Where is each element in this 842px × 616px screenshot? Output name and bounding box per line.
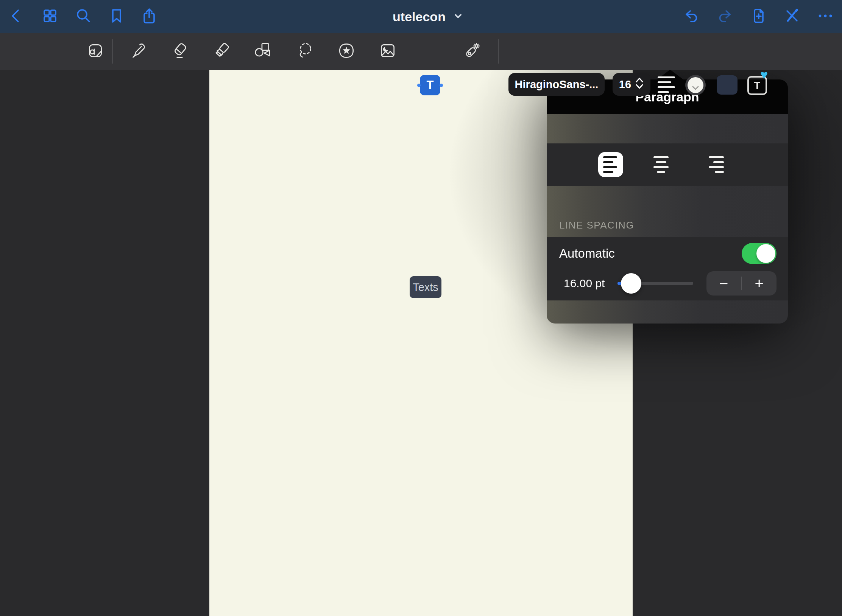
- grid-icon: [41, 7, 59, 26]
- popover-spacer: [547, 114, 788, 143]
- automatic-label: Automatic: [559, 246, 615, 261]
- paragraph-popover: Paragraph LINE SPACING: [547, 79, 788, 324]
- text-tool-selected[interactable]: T: [420, 75, 440, 95]
- app-window: utelecon: [0, 0, 842, 616]
- drawing-toolbar: T HiraginoSans-... 16 T ♥: [0, 33, 842, 70]
- pen-icon: [128, 41, 147, 62]
- text-tool-letter: T: [427, 78, 434, 92]
- exit-markup-button[interactable]: [781, 6, 803, 27]
- increase-spacing-button[interactable]: +: [742, 271, 777, 296]
- popover-footer: [547, 300, 788, 324]
- document-title-group[interactable]: utelecon: [371, 0, 485, 33]
- line-spacing-section-header: LINE SPACING: [547, 186, 788, 237]
- more-button[interactable]: [815, 6, 836, 27]
- chevron-down-icon: [453, 11, 463, 22]
- toolbar-divider: [112, 39, 113, 64]
- lasso-tool[interactable]: [295, 41, 316, 62]
- align-left-button[interactable]: [598, 152, 623, 177]
- redo-icon: [715, 7, 733, 26]
- text-color-swatch: [688, 77, 703, 93]
- font-family-label: HiraginoSans-...: [515, 78, 599, 91]
- eraser-icon: [170, 41, 189, 62]
- text-background-swatch[interactable]: [717, 75, 738, 95]
- spacing-slider[interactable]: [617, 282, 693, 285]
- image-icon: [378, 41, 397, 62]
- font-size-button[interactable]: 16: [613, 73, 650, 96]
- add-page-icon: [750, 7, 768, 26]
- spacing-value: 16.00 pt: [564, 277, 617, 290]
- decrease-spacing-button[interactable]: −: [706, 271, 741, 296]
- lasso-icon: [296, 41, 315, 62]
- text-style-button[interactable]: T: [747, 76, 767, 95]
- shapes-icon: [253, 41, 272, 62]
- alignment-row: [547, 143, 788, 186]
- share-icon: [140, 7, 158, 26]
- align-center-button[interactable]: [649, 152, 674, 177]
- document-title: utelecon: [393, 9, 446, 24]
- shapes-tool[interactable]: [252, 41, 273, 62]
- back-button[interactable]: [6, 6, 27, 27]
- highlighter-tool[interactable]: [212, 41, 233, 62]
- text-color-button[interactable]: [685, 75, 706, 95]
- crossed-pencil-icon: [783, 7, 801, 26]
- more-ellipsis-icon: [816, 7, 834, 26]
- slider-thumb[interactable]: [621, 273, 641, 294]
- eraser-tool[interactable]: [169, 41, 190, 62]
- text-object-label: Texts: [413, 281, 438, 294]
- stickers-tool[interactable]: [336, 41, 357, 62]
- stickers-icon: [337, 41, 356, 62]
- selection-handle-left: [417, 84, 421, 87]
- line-spacing-label: LINE SPACING: [559, 219, 634, 231]
- redo-button[interactable]: [714, 6, 735, 27]
- spacing-stepper: − +: [706, 271, 777, 296]
- image-tool[interactable]: [377, 41, 398, 62]
- add-page-button[interactable]: [748, 6, 769, 27]
- automatic-toggle[interactable]: [742, 243, 777, 264]
- text-style-letter: T: [754, 80, 761, 92]
- paragraph-alignment-button[interactable]: [658, 75, 678, 95]
- thumbnails-button[interactable]: [39, 6, 61, 27]
- spacing-slider-row: 16.00 pt − +: [547, 268, 788, 299]
- align-right-button[interactable]: [699, 152, 724, 177]
- edit-mode-tool[interactable]: [85, 41, 106, 62]
- toggle-knob: [756, 244, 775, 263]
- selection-handle-right: [440, 84, 443, 87]
- laser-pointer-tool[interactable]: [461, 41, 482, 62]
- font-family-button[interactable]: HiraginoSans-...: [508, 73, 605, 96]
- undo-icon: [683, 7, 701, 26]
- top-navigation-bar: utelecon: [0, 0, 842, 33]
- bookmark-button[interactable]: [106, 6, 127, 27]
- undo-button[interactable]: [681, 6, 703, 27]
- search-icon: [74, 7, 92, 26]
- pen-tool[interactable]: [127, 41, 148, 62]
- laser-pointer-icon: [462, 41, 481, 62]
- edit-mode-icon: [86, 41, 105, 62]
- font-size-value: 16: [619, 78, 631, 91]
- bookmark-icon: [108, 7, 126, 26]
- automatic-row: Automatic: [547, 239, 788, 268]
- search-button[interactable]: [73, 6, 94, 27]
- line-spacing-section: Automatic 16.00 pt − +: [547, 237, 788, 300]
- size-stepper-icon: [635, 76, 644, 93]
- text-object[interactable]: Texts: [410, 276, 441, 298]
- toolbar-divider: [498, 39, 499, 64]
- share-button[interactable]: [139, 6, 160, 27]
- back-chevron-icon: [7, 7, 25, 26]
- highlighter-icon: [213, 41, 232, 62]
